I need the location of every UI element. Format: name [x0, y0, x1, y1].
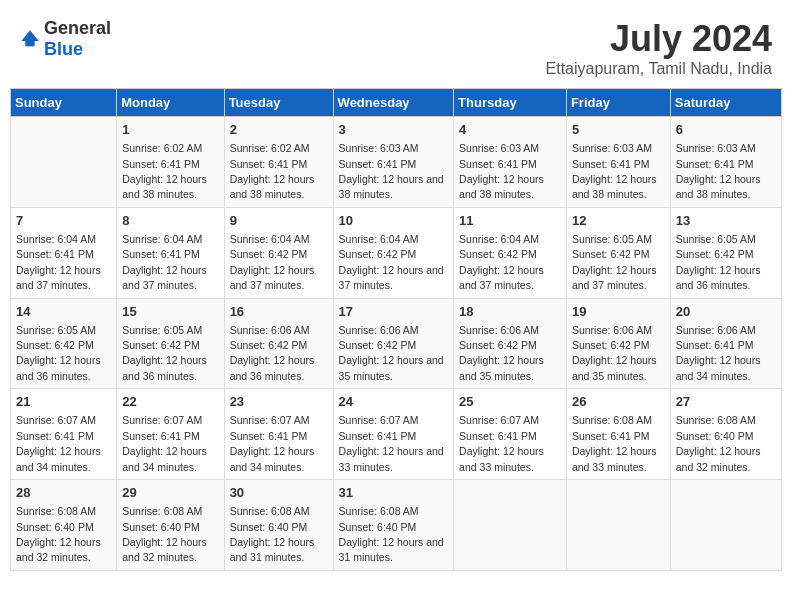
day-cell: 7Sunrise: 6:04 AMSunset: 6:41 PMDaylight… [11, 207, 117, 298]
day-detail: Sunrise: 6:04 AMSunset: 6:42 PMDaylight:… [230, 233, 315, 291]
day-detail: Sunrise: 6:02 AMSunset: 6:41 PMDaylight:… [122, 142, 207, 200]
day-cell: 25Sunrise: 6:07 AMSunset: 6:41 PMDayligh… [454, 389, 567, 480]
logo-icon [20, 29, 40, 49]
day-cell [11, 117, 117, 208]
day-number: 13 [676, 212, 776, 230]
day-number: 27 [676, 393, 776, 411]
day-detail: Sunrise: 6:03 AMSunset: 6:41 PMDaylight:… [572, 142, 657, 200]
day-cell: 16Sunrise: 6:06 AMSunset: 6:42 PMDayligh… [224, 298, 333, 389]
day-number: 6 [676, 121, 776, 139]
svg-marker-0 [21, 30, 38, 41]
day-cell: 18Sunrise: 6:06 AMSunset: 6:42 PMDayligh… [454, 298, 567, 389]
day-cell: 3Sunrise: 6:03 AMSunset: 6:41 PMDaylight… [333, 117, 454, 208]
day-cell: 14Sunrise: 6:05 AMSunset: 6:42 PMDayligh… [11, 298, 117, 389]
day-cell [454, 480, 567, 571]
day-number: 3 [339, 121, 449, 139]
title-area: July 2024 Ettaiyapuram, Tamil Nadu, Indi… [546, 18, 772, 78]
day-number: 17 [339, 303, 449, 321]
col-header-sunday: Sunday [11, 89, 117, 117]
day-number: 5 [572, 121, 665, 139]
subtitle: Ettaiyapuram, Tamil Nadu, India [546, 60, 772, 78]
logo-text-general: General [44, 18, 111, 38]
day-cell: 4Sunrise: 6:03 AMSunset: 6:41 PMDaylight… [454, 117, 567, 208]
day-detail: Sunrise: 6:05 AMSunset: 6:42 PMDaylight:… [572, 233, 657, 291]
day-detail: Sunrise: 6:07 AMSunset: 6:41 PMDaylight:… [339, 414, 444, 472]
day-number: 19 [572, 303, 665, 321]
day-number: 7 [16, 212, 111, 230]
day-number: 22 [122, 393, 218, 411]
day-detail: Sunrise: 6:08 AMSunset: 6:40 PMDaylight:… [230, 505, 315, 563]
day-detail: Sunrise: 6:05 AMSunset: 6:42 PMDaylight:… [16, 324, 101, 382]
day-detail: Sunrise: 6:08 AMSunset: 6:40 PMDaylight:… [676, 414, 761, 472]
week-row-3: 14Sunrise: 6:05 AMSunset: 6:42 PMDayligh… [11, 298, 782, 389]
day-cell: 5Sunrise: 6:03 AMSunset: 6:41 PMDaylight… [566, 117, 670, 208]
day-cell: 2Sunrise: 6:02 AMSunset: 6:41 PMDaylight… [224, 117, 333, 208]
col-header-friday: Friday [566, 89, 670, 117]
day-cell [670, 480, 781, 571]
day-cell: 9Sunrise: 6:04 AMSunset: 6:42 PMDaylight… [224, 207, 333, 298]
day-detail: Sunrise: 6:03 AMSunset: 6:41 PMDaylight:… [676, 142, 761, 200]
day-detail: Sunrise: 6:08 AMSunset: 6:41 PMDaylight:… [572, 414, 657, 472]
day-number: 29 [122, 484, 218, 502]
day-cell: 23Sunrise: 6:07 AMSunset: 6:41 PMDayligh… [224, 389, 333, 480]
header-row: SundayMondayTuesdayWednesdayThursdayFrid… [11, 89, 782, 117]
week-row-1: 1Sunrise: 6:02 AMSunset: 6:41 PMDaylight… [11, 117, 782, 208]
day-detail: Sunrise: 6:07 AMSunset: 6:41 PMDaylight:… [230, 414, 315, 472]
day-cell: 19Sunrise: 6:06 AMSunset: 6:42 PMDayligh… [566, 298, 670, 389]
day-cell [566, 480, 670, 571]
week-row-5: 28Sunrise: 6:08 AMSunset: 6:40 PMDayligh… [11, 480, 782, 571]
day-number: 9 [230, 212, 328, 230]
day-cell: 8Sunrise: 6:04 AMSunset: 6:41 PMDaylight… [117, 207, 224, 298]
day-detail: Sunrise: 6:08 AMSunset: 6:40 PMDaylight:… [16, 505, 101, 563]
day-number: 20 [676, 303, 776, 321]
day-cell: 11Sunrise: 6:04 AMSunset: 6:42 PMDayligh… [454, 207, 567, 298]
day-detail: Sunrise: 6:03 AMSunset: 6:41 PMDaylight:… [459, 142, 544, 200]
day-cell: 24Sunrise: 6:07 AMSunset: 6:41 PMDayligh… [333, 389, 454, 480]
day-cell: 30Sunrise: 6:08 AMSunset: 6:40 PMDayligh… [224, 480, 333, 571]
col-header-saturday: Saturday [670, 89, 781, 117]
day-cell: 27Sunrise: 6:08 AMSunset: 6:40 PMDayligh… [670, 389, 781, 480]
day-detail: Sunrise: 6:05 AMSunset: 6:42 PMDaylight:… [122, 324, 207, 382]
day-detail: Sunrise: 6:06 AMSunset: 6:42 PMDaylight:… [230, 324, 315, 382]
day-detail: Sunrise: 6:08 AMSunset: 6:40 PMDaylight:… [339, 505, 444, 563]
main-title: July 2024 [546, 18, 772, 60]
day-cell: 28Sunrise: 6:08 AMSunset: 6:40 PMDayligh… [11, 480, 117, 571]
day-cell: 1Sunrise: 6:02 AMSunset: 6:41 PMDaylight… [117, 117, 224, 208]
day-number: 2 [230, 121, 328, 139]
day-detail: Sunrise: 6:02 AMSunset: 6:41 PMDaylight:… [230, 142, 315, 200]
day-number: 11 [459, 212, 561, 230]
day-detail: Sunrise: 6:03 AMSunset: 6:41 PMDaylight:… [339, 142, 444, 200]
day-number: 1 [122, 121, 218, 139]
day-number: 16 [230, 303, 328, 321]
week-row-4: 21Sunrise: 6:07 AMSunset: 6:41 PMDayligh… [11, 389, 782, 480]
day-cell: 29Sunrise: 6:08 AMSunset: 6:40 PMDayligh… [117, 480, 224, 571]
day-cell: 15Sunrise: 6:05 AMSunset: 6:42 PMDayligh… [117, 298, 224, 389]
day-number: 24 [339, 393, 449, 411]
day-detail: Sunrise: 6:06 AMSunset: 6:41 PMDaylight:… [676, 324, 761, 382]
day-cell: 21Sunrise: 6:07 AMSunset: 6:41 PMDayligh… [11, 389, 117, 480]
day-number: 23 [230, 393, 328, 411]
day-detail: Sunrise: 6:05 AMSunset: 6:42 PMDaylight:… [676, 233, 761, 291]
logo: General Blue [20, 18, 111, 60]
day-cell: 31Sunrise: 6:08 AMSunset: 6:40 PMDayligh… [333, 480, 454, 571]
day-number: 25 [459, 393, 561, 411]
day-detail: Sunrise: 6:06 AMSunset: 6:42 PMDaylight:… [339, 324, 444, 382]
day-number: 31 [339, 484, 449, 502]
day-cell: 10Sunrise: 6:04 AMSunset: 6:42 PMDayligh… [333, 207, 454, 298]
day-cell: 6Sunrise: 6:03 AMSunset: 6:41 PMDaylight… [670, 117, 781, 208]
day-detail: Sunrise: 6:04 AMSunset: 6:41 PMDaylight:… [16, 233, 101, 291]
day-number: 14 [16, 303, 111, 321]
day-number: 10 [339, 212, 449, 230]
day-detail: Sunrise: 6:07 AMSunset: 6:41 PMDaylight:… [459, 414, 544, 472]
day-cell: 20Sunrise: 6:06 AMSunset: 6:41 PMDayligh… [670, 298, 781, 389]
day-number: 21 [16, 393, 111, 411]
day-number: 12 [572, 212, 665, 230]
day-number: 28 [16, 484, 111, 502]
week-row-2: 7Sunrise: 6:04 AMSunset: 6:41 PMDaylight… [11, 207, 782, 298]
day-cell: 26Sunrise: 6:08 AMSunset: 6:41 PMDayligh… [566, 389, 670, 480]
day-number: 15 [122, 303, 218, 321]
col-header-monday: Monday [117, 89, 224, 117]
col-header-thursday: Thursday [454, 89, 567, 117]
day-cell: 22Sunrise: 6:07 AMSunset: 6:41 PMDayligh… [117, 389, 224, 480]
logo-text-blue: Blue [44, 39, 83, 59]
